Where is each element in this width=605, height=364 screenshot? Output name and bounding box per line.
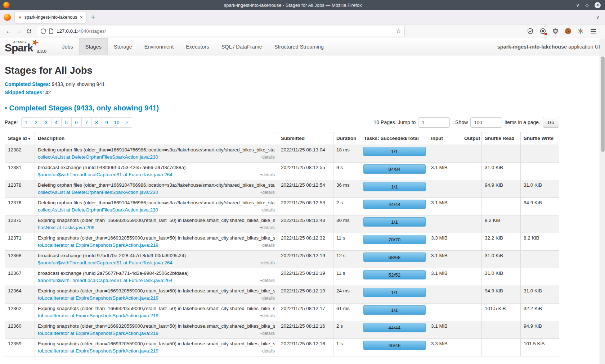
tracking-shield-icon[interactable]: [41, 28, 46, 34]
tab-close-icon[interactable]: ×: [80, 14, 83, 20]
header-duration[interactable]: Duration: [333, 132, 361, 145]
nav-item-sql-dataframe[interactable]: SQL / DataFrame: [215, 38, 268, 55]
completed-stages-link[interactable]: Completed Stages:: [5, 81, 50, 87]
tasks-progress-bar: 84/84: [363, 164, 426, 174]
page-button-7[interactable]: 7: [82, 117, 92, 128]
details-toggle[interactable]: +details: [260, 224, 275, 231]
shuffle-read-cell: [482, 198, 521, 215]
page-button-3[interactable]: 3: [41, 117, 51, 128]
page-button-4[interactable]: 4: [51, 117, 62, 128]
nav-item-structured-streaming[interactable]: Structured Streaming: [268, 38, 330, 55]
reload-icon[interactable]: [24, 26, 34, 36]
stage-callsite-link[interactable]: toLocalIterator at ExpireSnapshotsSparkA…: [38, 313, 158, 319]
details-toggle[interactable]: +details: [260, 207, 275, 213]
nav-item-storage[interactable]: Storage: [108, 38, 138, 55]
skipped-stages-summary: Skipped Stages: 42: [5, 89, 559, 96]
nav-item-executors[interactable]: Executors: [180, 38, 215, 55]
stage-callsite-link[interactable]: toLocalIterator at ExpireSnapshotsSparkA…: [38, 242, 158, 249]
skipped-stages-link[interactable]: Skipped Stages:: [5, 90, 44, 95]
bookmark-star-icon[interactable]: ☆: [396, 28, 401, 35]
header-stage-id[interactable]: Stage Id ▾: [5, 132, 35, 145]
details-toggle[interactable]: +details: [260, 172, 275, 178]
url-host: 127.0.0.1: [57, 28, 77, 34]
tasks-progress-bar: 1/1: [363, 147, 426, 156]
details-toggle[interactable]: +details: [260, 260, 275, 266]
details-toggle[interactable]: +details: [260, 154, 275, 160]
header-output[interactable]: Output: [461, 132, 482, 145]
details-toggle[interactable]: +details: [260, 330, 275, 337]
table-row: 12364 Expiring snapshots (older_than=166…: [5, 286, 559, 304]
url-bar[interactable]: 127.0.0.1:4040/stages/ ☆: [37, 26, 405, 36]
nav-item-environment[interactable]: Environment: [138, 38, 180, 55]
header-shuffle-write[interactable]: Shuffle Write: [521, 132, 559, 145]
table-row: 12360 Expiring snapshots (older_than=166…: [5, 321, 559, 339]
page-scrollbar[interactable]: [600, 38, 605, 364]
completed-stages-section-toggle[interactable]: ▾ Completed Stages (9433, only showing 9…: [5, 104, 559, 112]
details-toggle[interactable]: +details: [260, 189, 275, 196]
shield-check-extension-icon[interactable]: [527, 28, 533, 35]
close-icon[interactable]: ×: [595, 2, 601, 8]
page-info-icon[interactable]: [49, 28, 53, 34]
items-per-page-input[interactable]: [470, 117, 502, 128]
header-submitted[interactable]: Submitted: [278, 132, 333, 145]
minimize-icon[interactable]: ∨: [576, 3, 579, 8]
cookie-extension-icon[interactable]: [565, 28, 571, 35]
tasks-progress-bar: 52/52: [363, 270, 426, 279]
header-shuffle-read[interactable]: Shuffle Read: [482, 132, 521, 145]
submitted-cell: 2022/11/25 08:12:16: [278, 321, 333, 339]
page-button-8[interactable]: 8: [92, 117, 102, 128]
description-cell: Deleting orphan files (older_than=166910…: [35, 198, 278, 215]
stage-callsite-link[interactable]: collectAsList at DeleteOrphanFilesSparkA…: [38, 189, 158, 196]
page-button-2[interactable]: 2: [31, 117, 41, 128]
header-input[interactable]: Input: [428, 132, 461, 145]
ublock-shield-extension-icon[interactable]: [552, 28, 559, 35]
details-toggle[interactable]: +details: [260, 277, 275, 284]
tasks-cell: 44/44: [361, 198, 428, 215]
list-tabs-icon[interactable]: ∨: [596, 15, 599, 20]
header-tasks[interactable]: Tasks: Succeeded/Total: [361, 132, 428, 145]
submitted-cell: 2022/11/25 08:13:04: [278, 145, 333, 163]
tasks-cell: 70/70: [361, 233, 428, 251]
header-description[interactable]: Description: [35, 132, 278, 145]
shuffle-read-cell: 94.9 KiB: [482, 180, 521, 198]
details-toggle[interactable]: +details: [260, 295, 275, 301]
nav-item-jobs[interactable]: Jobs: [56, 38, 79, 55]
privacy-mask-extension-icon[interactable]: [539, 28, 546, 35]
stage-callsite-link[interactable]: hasNext at Tasks.java:209: [38, 224, 94, 231]
stage-callsite-link[interactable]: $anonfun$withThreadLocalCaptured$1 at Fu…: [38, 260, 172, 266]
go-button[interactable]: Go: [543, 117, 559, 128]
details-toggle[interactable]: +details: [260, 242, 275, 249]
details-toggle[interactable]: +details: [260, 348, 275, 354]
menu-icon[interactable]: [590, 28, 596, 35]
stage-callsite-link[interactable]: toLocalIterator at ExpireSnapshotsSparkA…: [38, 330, 158, 337]
stage-id-cell: 12371: [5, 233, 35, 251]
stage-callsite-link[interactable]: $anonfun$withThreadLocalCaptured$1 at Fu…: [38, 277, 172, 284]
maximize-icon[interactable]: ◇: [585, 3, 589, 8]
scrollbar-thumb[interactable]: [601, 56, 605, 152]
forward-icon[interactable]: →: [14, 26, 24, 36]
page-button-5[interactable]: 5: [62, 117, 72, 128]
stage-callsite-link[interactable]: collectAsList at DeleteOrphanFilesSparkA…: [38, 207, 158, 213]
back-icon[interactable]: ←: [4, 26, 14, 36]
page-button-6[interactable]: 6: [72, 117, 82, 128]
details-toggle[interactable]: +details: [260, 313, 275, 319]
stage-callsite-link[interactable]: toLocalIterator at ExpireSnapshotsSparkA…: [38, 295, 158, 301]
stage-callsite-link[interactable]: toLocalIterator at ExpireSnapshotsSparkA…: [38, 348, 158, 354]
page-button-1[interactable]: 1: [21, 117, 31, 128]
stage-callsite-link[interactable]: $anonfun$withThreadLocalCaptured$1 at Fu…: [38, 172, 172, 178]
container-asterisk-extension-icon[interactable]: [577, 28, 584, 35]
page-next-button[interactable]: >: [122, 117, 132, 128]
section-title: Completed Stages (9433, only showing 941…: [9, 104, 159, 112]
spark-logo[interactable]: APACHE Spark ★: [5, 38, 33, 55]
page-button-10[interactable]: 10: [112, 117, 122, 128]
stage-callsite-link[interactable]: collectAsList at DeleteOrphanFilesSparkA…: [38, 154, 158, 160]
url-text[interactable]: 127.0.0.1:4040/stages/: [57, 28, 393, 34]
shuffle-read-cell: 31.0 KiB: [482, 251, 521, 268]
nav-item-stages[interactable]: Stages: [79, 38, 108, 55]
new-tab-button[interactable]: +: [91, 13, 95, 21]
jump-to-page-input[interactable]: [418, 117, 450, 128]
table-row: 12359 Expiring snapshots (older_than=166…: [5, 339, 559, 356]
input-cell: 3.1 MiB: [428, 198, 461, 215]
browser-tab[interactable]: ★ spark-ingest-into-lakehous ×: [15, 12, 86, 23]
page-button-9[interactable]: 9: [102, 117, 112, 128]
